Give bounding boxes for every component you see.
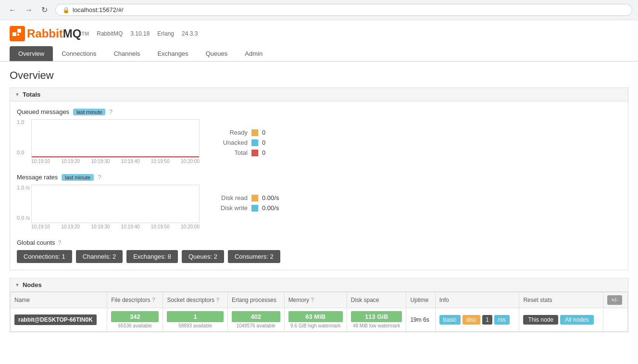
- tab-channels[interactable]: Channels: [105, 46, 149, 61]
- rx-label-4: 10:19:40: [121, 224, 140, 229]
- tab-queues[interactable]: Queues: [197, 46, 237, 61]
- legend-unacked-box: [251, 139, 258, 146]
- this-node-button[interactable]: This node: [523, 315, 558, 325]
- legend-total-value: 0: [262, 149, 265, 156]
- totals-section: ▼ Totals Queued messages last minute ? 1…: [10, 88, 628, 270]
- tab-connections[interactable]: Connections: [53, 46, 105, 61]
- col-memory: Memory ?: [284, 292, 347, 308]
- tab-exchanges[interactable]: Exchanges: [149, 46, 197, 61]
- badge-number: 1: [482, 315, 492, 325]
- queued-chart-container: 1.0 0.0 10:19:10 10:19:20 10:19:30 10:19…: [17, 119, 200, 164]
- collapse-icon[interactable]: ▼: [15, 92, 20, 97]
- col-plus-minus: +/-: [603, 292, 628, 308]
- socket-descriptors-sub: 58893 available: [167, 323, 224, 328]
- channels-count-btn[interactable]: Channels: 2: [76, 250, 123, 263]
- global-counts-container: Global counts ? Connections: 1 Channels:…: [17, 239, 621, 263]
- badge-rss: rss: [494, 315, 510, 325]
- col-socket-descriptors: Socket descriptors ?: [163, 292, 228, 308]
- url-display: localhost:15672/#/: [73, 6, 124, 13]
- nodes-collapse-icon[interactable]: ▼: [15, 282, 20, 288]
- browser-bar: ← → ↻ 🔒 localhost:15672/#/: [0, 0, 638, 20]
- browser-nav[interactable]: ← → ↻: [6, 4, 50, 15]
- nodes-table-header-row: Name File descriptors ? Socket descripto…: [11, 292, 628, 308]
- rx-label-3: 10:19:30: [91, 224, 110, 229]
- legend-disk-read-label: Disk read: [219, 194, 248, 201]
- table-row: rabbit@DESKTOP-66TIN0K 342 65536 availab…: [11, 308, 628, 332]
- tab-overview[interactable]: Overview: [10, 46, 53, 61]
- svg-rect-1: [17, 29, 21, 33]
- x-label-3: 10:19:30: [91, 159, 110, 164]
- queued-messages-label: Queued messages last minute ?: [17, 108, 621, 115]
- plus-minus-button[interactable]: +/-: [607, 295, 622, 305]
- all-nodes-button[interactable]: All nodes: [560, 315, 593, 325]
- disk-space-sub: 48 MiB low watermark: [351, 323, 402, 328]
- back-button[interactable]: ←: [6, 4, 19, 15]
- app-header: RabbitMQTM RabbitMQ 3.10.18 Erlang 24.3.…: [0, 20, 638, 62]
- legend-unacked: Unacked 0: [219, 139, 265, 146]
- col-uptime: Uptime: [406, 292, 435, 308]
- queued-help[interactable]: ?: [109, 109, 113, 115]
- global-counts-label: Global counts ?: [17, 239, 621, 246]
- memory-sub: 9.6 GiB high watermark: [288, 323, 343, 328]
- disk-space-bar: 113 GiB: [351, 311, 402, 322]
- legend-disk-write-value: 0.00/s: [262, 204, 279, 212]
- legend-unacked-label: Unacked: [219, 139, 248, 146]
- connections-count-btn[interactable]: Connections: 1: [17, 250, 72, 263]
- exchanges-count-btn[interactable]: Exchanges: 8: [126, 250, 178, 263]
- rates-help[interactable]: ?: [98, 174, 101, 181]
- x-label-1: 10:19:10: [31, 159, 50, 164]
- x-label-4: 10:19:40: [121, 159, 140, 164]
- nodes-header-label: Nodes: [23, 281, 42, 289]
- rates-y-bottom: 0.0 /s: [17, 215, 30, 221]
- global-counts-help[interactable]: ?: [58, 239, 62, 246]
- consumers-count-btn[interactable]: Consumers: 2: [228, 250, 280, 263]
- address-bar[interactable]: 🔒 localhost:15672/#/: [55, 4, 632, 16]
- message-rates-text: Message rates: [17, 174, 58, 181]
- node-name-cell: rabbit@DESKTOP-66TIN0K: [11, 308, 107, 332]
- refresh-button[interactable]: ↻: [38, 4, 50, 15]
- rx-label-1: 10:19:10: [31, 224, 50, 229]
- legend-total-label: Total: [219, 149, 248, 156]
- rabbitmq-version-val: 3.10.18: [130, 30, 150, 37]
- x-label-5: 10:19:50: [151, 159, 170, 164]
- logo-mq-text: MQ: [63, 27, 82, 40]
- rx-label-5: 10:19:50: [151, 224, 170, 229]
- page-title: Overview: [10, 69, 628, 82]
- rates-x-labels: 10:19:10 10:19:20 10:19:30 10:19:40 10:1…: [31, 224, 200, 229]
- count-buttons: Connections: 1 Channels: 2 Exchanges: 8 …: [17, 250, 621, 263]
- file-descriptors-sub: 65536 available: [111, 323, 159, 328]
- rx-label-2: 10:19:20: [61, 224, 80, 229]
- reset-stats-buttons: This node All nodes: [523, 315, 599, 325]
- queued-messages-row: 1.0 0.0 10:19:10 10:19:20 10:19:30 10:19…: [17, 119, 621, 164]
- forward-button[interactable]: →: [22, 4, 36, 15]
- info-cell: basic disc 1 rss: [435, 308, 519, 332]
- queued-x-labels: 10:19:10 10:19:20 10:19:30 10:19:40 10:1…: [31, 159, 200, 164]
- erlang-processes-sub: 1048576 available: [232, 323, 280, 328]
- disk-space-cell: 113 GiB 48 MiB low watermark: [347, 308, 406, 332]
- col-disk-space: Disk space: [347, 292, 406, 308]
- erlang-processes-bar: 402: [232, 311, 280, 322]
- queued-y-bottom: 0.0: [17, 150, 24, 155]
- reset-stats-cell: This node All nodes: [519, 308, 603, 332]
- legend-total: Total 0: [219, 149, 265, 156]
- queues-count-btn[interactable]: Queues: 2: [182, 250, 224, 263]
- queued-y-top: 1.0: [17, 119, 24, 125]
- tab-admin[interactable]: Admin: [236, 46, 271, 61]
- legend-disk-write-box: [251, 205, 258, 212]
- rx-label-6: 10:20:00: [181, 224, 200, 229]
- rates-chart-container: 1.0 /s 0.0 /s 10:19:10 10:19:20 10:19:30…: [17, 185, 200, 229]
- nodes-section: ▼ Nodes Name File descriptors ? Socket d…: [10, 278, 628, 332]
- chart-baseline: [32, 156, 199, 157]
- svg-rect-0: [13, 32, 16, 36]
- rabbitmq-version-label: RabbitMQ: [97, 30, 123, 37]
- logo-tm-text: TM: [81, 31, 89, 37]
- version-info: RabbitMQ 3.10.18 Erlang 24.3.3: [97, 30, 198, 37]
- erlang-processes-cell: 402 1048576 available: [228, 308, 285, 332]
- queued-messages-text: Queued messages: [17, 108, 69, 115]
- memory-cell: 63 MiB 9.6 GiB high watermark: [284, 308, 347, 332]
- legend-total-box: [251, 150, 258, 156]
- lock-icon: 🔒: [63, 7, 70, 13]
- erlang-version-label: Erlang: [157, 30, 174, 37]
- logo-area: RabbitMQTM RabbitMQ 3.10.18 Erlang 24.3.…: [10, 26, 628, 41]
- legend-ready-label: Ready: [219, 129, 248, 136]
